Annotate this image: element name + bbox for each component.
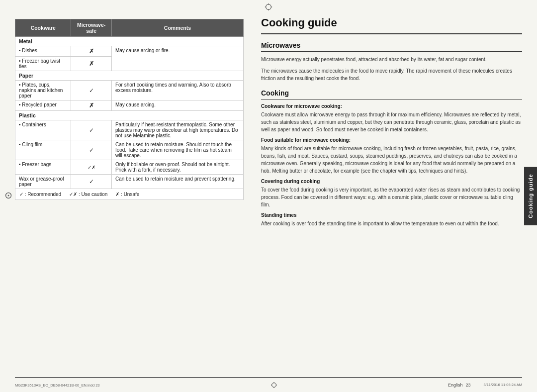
subsection-food-suitable: Food suitable for microwave cooking: Man…	[261, 137, 522, 175]
table-row: • Freezer bags ✓✗ Only if boilable or ov…	[15, 160, 244, 175]
footer-page-number: 23	[465, 383, 470, 388]
footer-right-group: English 23 3/11/2016 11:06:24 AM	[448, 383, 522, 388]
legend-caution: ✓✗ : Use caution	[69, 192, 107, 197]
table-row: Wax or grease-proof paper ✓ Can be used …	[15, 175, 244, 189]
microwaves-para-2: The microwaves cause the molecules in th…	[261, 67, 522, 82]
cookware-table: Cookware Microwave-safe Comments Metal •…	[15, 19, 244, 200]
footer-page-label: English	[448, 383, 463, 388]
subsection-text-3: After cooking is over food the standing …	[261, 220, 522, 227]
subsection-covering: Covering during cooking To cover the foo…	[261, 179, 522, 208]
legend-unsafe: ✗ : Unsafe	[115, 192, 139, 197]
subsection-title-2: Covering during cooking	[261, 179, 522, 184]
crosshair-icon	[264, 2, 273, 11]
subsection-title-1: Food suitable for microwave cooking:	[261, 137, 522, 143]
table-row: • Dishes ✗ May cause arcing or fire.	[15, 46, 244, 57]
col-header-comments: Comments	[111, 19, 243, 37]
page-title: Cooking guide	[261, 14, 522, 29]
section-divider-microwaves	[261, 51, 522, 52]
subsection-cookware-for-microwave: Cookware for microwave cooking: Cookware…	[261, 103, 522, 133]
col-header-microwave: Microwave-safe	[71, 19, 111, 37]
section-microwaves: Microwaves Microwave energy actually pen…	[261, 41, 522, 82]
svg-point-0	[266, 4, 271, 10]
legend-recommended: ✓ : Recommended	[19, 192, 61, 197]
legend-row: ✓ : Recommended ✓✗ : Use caution ✗ : Uns…	[15, 189, 244, 200]
category-row-metal: Metal	[15, 37, 244, 46]
table-row: • Containers ✓ Particularly if heat-resi…	[15, 120, 244, 140]
main-content: Cookware Microwave-safe Comments Metal •…	[0, 14, 537, 377]
footer-center	[270, 382, 277, 389]
check-x-mark: ✓✗	[88, 165, 95, 170]
subsection-text-0: Cookware must allow microwave energy to …	[261, 111, 522, 133]
category-row-paper: Paper	[15, 71, 244, 81]
left-column: Cookware Microwave-safe Comments Metal •…	[15, 14, 254, 377]
check-mark: ✓	[89, 127, 94, 134]
side-tab: Cooking guide	[524, 167, 537, 225]
subsection-text-1: Many kinds of food are suitable for micr…	[261, 145, 522, 175]
table-row: • Cling film ✓ Can be used to retain moi…	[15, 140, 244, 160]
svg-point-6	[8, 195, 9, 196]
footer-crosshair-icon	[270, 382, 277, 389]
category-row-plastic: Plastic	[15, 111, 244, 120]
check-mark: ✓	[89, 87, 94, 94]
check-icon: ✓	[19, 192, 23, 197]
check-mark: ✓	[89, 178, 94, 185]
footer-right: 3/11/2016 11:06:24 AM	[483, 383, 522, 388]
side-tab-label: Cooking guide	[528, 174, 534, 218]
subsection-standing-times: Standing times After cooking is over foo…	[261, 212, 522, 227]
section-divider-cooking	[261, 99, 522, 99]
footer-left: MG23K3513AS_EO_DE68-04421B-00_EN.indd 23	[15, 383, 100, 388]
table-row: • Plates, cups, napkins and kitchen pape…	[15, 81, 244, 100]
table-row: • Recycled paper ✗ May cause arcing.	[15, 100, 244, 111]
x-icon: ✗	[115, 192, 119, 197]
footer: MG23K3513AS_EO_DE68-04421B-00_EN.indd 23…	[0, 378, 537, 392]
section-title-microwaves: Microwaves	[261, 41, 522, 49]
left-circle-decoration	[5, 192, 12, 200]
top-bar	[0, 0, 537, 14]
microwaves-para-1: Microwave energy actually penetrates foo…	[261, 56, 522, 63]
subsection-title-0: Cookware for microwave cooking:	[261, 103, 522, 109]
page: Cookware Microwave-safe Comments Metal •…	[0, 0, 537, 392]
x-mark: ✗	[89, 48, 94, 55]
x-mark: ✗	[89, 60, 94, 67]
right-column: Cooking guide Microwaves Microwave energ…	[254, 14, 522, 377]
col-header-cookware: Cookware	[15, 19, 71, 37]
x-mark: ✗	[89, 102, 94, 109]
section-cooking: Cooking Cookware for microwave cooking: …	[261, 89, 522, 227]
subsection-text-2: To cover the food during cooking is very…	[261, 186, 522, 208]
title-divider	[261, 33, 522, 34]
section-title-cooking: Cooking	[261, 89, 522, 97]
check-mark: ✓	[89, 147, 94, 154]
check-x-icon: ✓✗	[69, 192, 77, 197]
subsection-title-3: Standing times	[261, 212, 522, 218]
